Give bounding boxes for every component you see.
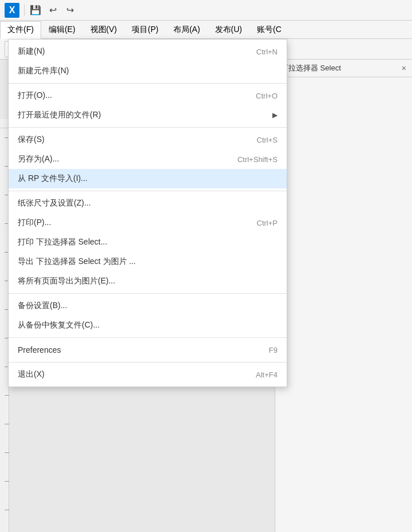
menu-item-saveas-label: 另存为(A)... (18, 154, 215, 164)
menu-item-save-label: 保存(S) (18, 135, 234, 145)
file-dropdown-menu: 新建(N) Ctrl+N 新建元件库(N) 打开(O)... Ctrl+O 打开… (8, 39, 287, 387)
dropdown-section-print: 纸张尺寸及设置(Z)... 打印(P)... Ctrl+P 打印 下拉选择器 S… (9, 191, 287, 294)
panel-title: 下拉选择器 Select (281, 63, 341, 73)
menu-item-new-shortcut: Ctrl+N (256, 48, 278, 56)
menu-item-new-library[interactable]: 新建元件库(N) (9, 61, 287, 81)
menu-item-new-library-label: 新建元件库(N) (18, 66, 278, 76)
menu-item-preferences-label: Preferences (18, 345, 246, 354)
dropdown-section-save: 保存(S) Ctrl+S 另存为(A)... Ctrl+Shift+S 从 RP… (9, 128, 287, 191)
menu-item-export-all-label: 将所有页面导出为图片(E)... (18, 276, 278, 286)
dropdown-section-exit: 退出(X) Alt+F4 (9, 362, 287, 387)
menu-item-save-shortcut: Ctrl+S (257, 136, 278, 144)
menu-item-import[interactable]: 从 RP 文件导入(I)... (9, 169, 287, 188)
menu-item-restore-backup-label: 从备份中恢复文件(C)... (18, 320, 278, 330)
menu-item-export-page[interactable]: 导出 下拉选择器 Select 为图片 ... (9, 252, 287, 271)
menu-item-recent[interactable]: 打开最近使用的文件(R) ▶ (9, 105, 287, 125)
redo-icon[interactable]: ↪ (64, 4, 76, 17)
menu-item-recent-label: 打开最近使用的文件(R) (18, 110, 268, 120)
panel-header: 下拉选择器 Select × (275, 60, 412, 77)
menu-item-exit-shortcut: Alt+F4 (256, 371, 278, 379)
dropdown-section-preferences: Preferences F9 (9, 338, 287, 362)
menu-item-page-setup[interactable]: 纸张尺寸及设置(Z)... (9, 194, 287, 213)
menu-item-preferences[interactable]: Preferences F9 (9, 340, 287, 360)
menu-item-exit-label: 退出(X) (18, 369, 233, 380)
menu-item-new-label: 新建(N) (18, 46, 233, 57)
menu-item-print-shortcut: Ctrl+P (257, 219, 278, 227)
save-icon[interactable]: 💾 (29, 4, 42, 17)
menu-view[interactable]: 视图(V) (83, 21, 125, 38)
panel-close-button[interactable]: × (402, 64, 406, 73)
menu-item-export-page-label: 导出 下拉选择器 Select 为图片 ... (18, 257, 278, 267)
menubar: 文件(F) 编辑(E) 视图(V) 项目(P) 布局(A) 发布(U) 账号(C (0, 21, 412, 39)
menu-item-open-shortcut: Ctrl+O (256, 92, 278, 100)
menu-item-backup-settings[interactable]: 备份设置(B)... (9, 296, 287, 316)
menu-item-open-label: 打开(O)... (18, 90, 233, 101)
menu-file[interactable]: 文件(F) (0, 21, 41, 39)
dropdown-section-backup: 备份设置(B)... 从备份中恢复文件(C)... (9, 294, 287, 338)
menu-item-preferences-shortcut: F9 (269, 346, 278, 354)
app-logo: X (5, 3, 19, 18)
menu-item-open[interactable]: 打开(O)... Ctrl+O (9, 86, 287, 105)
toolbar-divider-1 (24, 5, 25, 16)
menu-item-saveas-shortcut: Ctrl+Shift+S (237, 155, 278, 164)
menu-item-export-all[interactable]: 将所有页面导出为图片(E)... (9, 271, 287, 291)
menu-item-save[interactable]: 保存(S) Ctrl+S (9, 130, 287, 149)
menu-edit[interactable]: 编辑(E) (41, 21, 83, 38)
menu-project[interactable]: 项目(P) (124, 21, 166, 38)
menu-item-new[interactable]: 新建(N) Ctrl+N (9, 42, 287, 61)
menu-item-print-page-label: 打印 下拉选择器 Select... (18, 237, 278, 247)
menu-item-exit[interactable]: 退出(X) Alt+F4 (9, 365, 287, 384)
menu-item-print[interactable]: 打印(P)... Ctrl+P (9, 213, 287, 232)
dropdown-section-new: 新建(N) Ctrl+N 新建元件库(N) (9, 40, 287, 84)
toolbar: X 💾 ↩ ↪ (0, 0, 412, 21)
menu-item-page-setup-label: 纸张尺寸及设置(Z)... (18, 198, 278, 208)
undo-icon[interactable]: ↩ (46, 4, 59, 17)
submenu-arrow-recent: ▶ (272, 111, 278, 119)
menu-item-print-page[interactable]: 打印 下拉选择器 Select... (9, 232, 287, 252)
menu-item-backup-settings-label: 备份设置(B)... (18, 301, 278, 311)
properties-panel: 下拉选择器 Select × (275, 60, 412, 532)
dropdown-section-open: 打开(O)... Ctrl+O 打开最近使用的文件(R) ▶ (9, 84, 287, 128)
menu-item-restore-backup[interactable]: 从备份中恢复文件(C)... (9, 316, 287, 335)
menu-layout[interactable]: 布局(A) (166, 21, 208, 38)
menu-item-import-label: 从 RP 文件导入(I)... (18, 174, 278, 184)
menu-account[interactable]: 账号(C (249, 21, 289, 38)
menu-publish[interactable]: 发布(U) (208, 21, 249, 38)
menu-item-print-label: 打印(P)... (18, 218, 234, 228)
menu-item-saveas[interactable]: 另存为(A)... Ctrl+Shift+S (9, 149, 287, 169)
